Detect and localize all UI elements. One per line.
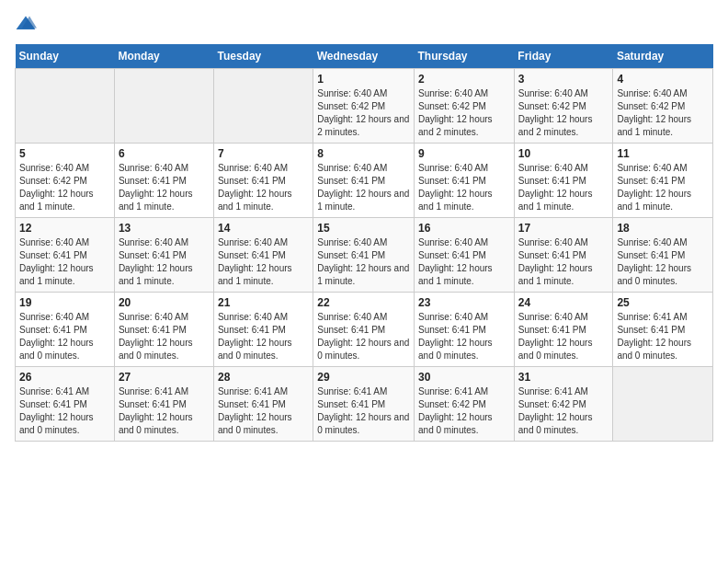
day-number: 14 xyxy=(218,222,309,235)
day-number: 4 xyxy=(617,73,709,86)
day-number: 28 xyxy=(218,371,309,384)
day-number: 12 xyxy=(19,222,110,235)
day-info: Sunrise: 6:40 AM Sunset: 6:41 PM Dayligh… xyxy=(218,236,309,288)
calendar-cell: 23Sunrise: 6:40 AM Sunset: 6:41 PM Dayli… xyxy=(415,293,515,367)
day-info: Sunrise: 6:40 AM Sunset: 6:41 PM Dayligh… xyxy=(317,162,410,213)
calendar-cell: 30Sunrise: 6:41 AM Sunset: 6:42 PM Dayli… xyxy=(415,367,515,442)
day-info: Sunrise: 6:41 AM Sunset: 6:42 PM Dayligh… xyxy=(518,385,609,437)
day-number: 22 xyxy=(317,296,410,309)
week-row-4: 19Sunrise: 6:40 AM Sunset: 6:41 PM Dayli… xyxy=(16,293,713,367)
calendar-cell: 29Sunrise: 6:41 AM Sunset: 6:41 PM Dayli… xyxy=(313,367,415,442)
calendar-cell: 21Sunrise: 6:40 AM Sunset: 6:41 PM Dayli… xyxy=(213,293,313,367)
day-info: Sunrise: 6:41 AM Sunset: 6:41 PM Dayligh… xyxy=(317,385,410,437)
calendar-cell: 9Sunrise: 6:40 AM Sunset: 6:41 PM Daylig… xyxy=(415,144,515,218)
calendar-cell: 13Sunrise: 6:40 AM Sunset: 6:41 PM Dayli… xyxy=(114,218,213,293)
day-info: Sunrise: 6:41 AM Sunset: 6:42 PM Dayligh… xyxy=(418,385,510,437)
weekday-header-wednesday: Wednesday xyxy=(313,44,415,69)
day-number: 11 xyxy=(617,147,709,160)
weekday-header-row: SundayMondayTuesdayWednesdayThursdayFrid… xyxy=(16,44,713,69)
day-number: 17 xyxy=(518,222,609,235)
calendar-cell: 20Sunrise: 6:40 AM Sunset: 6:41 PM Dayli… xyxy=(114,293,213,367)
day-number: 10 xyxy=(518,147,609,160)
day-number: 5 xyxy=(19,147,110,160)
day-info: Sunrise: 6:41 AM Sunset: 6:41 PM Dayligh… xyxy=(617,311,709,362)
calendar-cell: 18Sunrise: 6:40 AM Sunset: 6:41 PM Dayli… xyxy=(613,218,713,293)
day-info: Sunrise: 6:40 AM Sunset: 6:42 PM Dayligh… xyxy=(518,87,609,139)
day-number: 21 xyxy=(218,296,309,309)
day-info: Sunrise: 6:40 AM Sunset: 6:42 PM Dayligh… xyxy=(418,87,510,139)
day-number: 29 xyxy=(317,371,410,384)
day-info: Sunrise: 6:40 AM Sunset: 6:41 PM Dayligh… xyxy=(518,162,609,213)
day-info: Sunrise: 6:40 AM Sunset: 6:41 PM Dayligh… xyxy=(317,236,410,288)
day-number: 18 xyxy=(617,222,709,235)
day-info: Sunrise: 6:40 AM Sunset: 6:41 PM Dayligh… xyxy=(518,236,609,288)
calendar-cell: 7Sunrise: 6:40 AM Sunset: 6:41 PM Daylig… xyxy=(213,144,313,218)
day-number: 9 xyxy=(418,147,510,160)
calendar-cell: 12Sunrise: 6:40 AM Sunset: 6:41 PM Dayli… xyxy=(16,218,115,293)
day-number: 7 xyxy=(218,147,309,160)
calendar-cell: 27Sunrise: 6:41 AM Sunset: 6:41 PM Dayli… xyxy=(114,367,213,442)
calendar-cell: 26Sunrise: 6:41 AM Sunset: 6:41 PM Dayli… xyxy=(16,367,115,442)
day-info: Sunrise: 6:40 AM Sunset: 6:42 PM Dayligh… xyxy=(19,162,110,213)
calendar-cell: 17Sunrise: 6:40 AM Sunset: 6:41 PM Dayli… xyxy=(514,218,613,293)
day-number: 6 xyxy=(119,147,210,160)
day-number: 2 xyxy=(418,73,510,86)
day-info: Sunrise: 6:40 AM Sunset: 6:41 PM Dayligh… xyxy=(218,311,309,362)
logo-icon xyxy=(15,15,37,33)
calendar-cell: 31Sunrise: 6:41 AM Sunset: 6:42 PM Dayli… xyxy=(514,367,613,442)
day-number: 26 xyxy=(19,371,110,384)
calendar-cell xyxy=(114,69,213,144)
logo xyxy=(15,15,40,33)
day-number: 3 xyxy=(518,73,609,86)
weekday-header-saturday: Saturday xyxy=(613,44,713,69)
calendar-cell: 8Sunrise: 6:40 AM Sunset: 6:41 PM Daylig… xyxy=(313,144,415,218)
day-number: 27 xyxy=(119,371,210,384)
day-info: Sunrise: 6:40 AM Sunset: 6:41 PM Dayligh… xyxy=(617,236,709,288)
calendar-table: SundayMondayTuesdayWednesdayThursdayFrid… xyxy=(15,44,713,442)
calendar-cell: 10Sunrise: 6:40 AM Sunset: 6:41 PM Dayli… xyxy=(514,144,613,218)
weekday-header-thursday: Thursday xyxy=(415,44,515,69)
day-number: 23 xyxy=(418,296,510,309)
day-number: 13 xyxy=(119,222,210,235)
calendar-cell: 24Sunrise: 6:40 AM Sunset: 6:41 PM Dayli… xyxy=(514,293,613,367)
calendar-cell: 14Sunrise: 6:40 AM Sunset: 6:41 PM Dayli… xyxy=(213,218,313,293)
week-row-2: 5Sunrise: 6:40 AM Sunset: 6:42 PM Daylig… xyxy=(16,144,713,218)
week-row-3: 12Sunrise: 6:40 AM Sunset: 6:41 PM Dayli… xyxy=(16,218,713,293)
day-info: Sunrise: 6:40 AM Sunset: 6:41 PM Dayligh… xyxy=(317,311,410,362)
day-info: Sunrise: 6:41 AM Sunset: 6:41 PM Dayligh… xyxy=(218,385,309,437)
day-info: Sunrise: 6:40 AM Sunset: 6:41 PM Dayligh… xyxy=(617,162,709,213)
calendar-cell: 22Sunrise: 6:40 AM Sunset: 6:41 PM Dayli… xyxy=(313,293,415,367)
week-row-5: 26Sunrise: 6:41 AM Sunset: 6:41 PM Dayli… xyxy=(16,367,713,442)
day-info: Sunrise: 6:40 AM Sunset: 6:41 PM Dayligh… xyxy=(418,311,510,362)
day-number: 31 xyxy=(518,371,609,384)
calendar-cell: 19Sunrise: 6:40 AM Sunset: 6:41 PM Dayli… xyxy=(16,293,115,367)
day-info: Sunrise: 6:40 AM Sunset: 6:41 PM Dayligh… xyxy=(518,311,609,362)
day-info: Sunrise: 6:40 AM Sunset: 6:41 PM Dayligh… xyxy=(19,236,110,288)
calendar-cell xyxy=(613,367,713,442)
day-info: Sunrise: 6:40 AM Sunset: 6:41 PM Dayligh… xyxy=(119,311,210,362)
day-number: 1 xyxy=(317,73,410,86)
day-info: Sunrise: 6:40 AM Sunset: 6:42 PM Dayligh… xyxy=(617,87,709,139)
calendar-cell xyxy=(16,69,115,144)
weekday-header-friday: Friday xyxy=(514,44,613,69)
day-number: 20 xyxy=(119,296,210,309)
day-number: 15 xyxy=(317,222,410,235)
day-number: 19 xyxy=(19,296,110,309)
day-number: 30 xyxy=(418,371,510,384)
day-info: Sunrise: 6:40 AM Sunset: 6:42 PM Dayligh… xyxy=(317,87,410,139)
header xyxy=(15,15,713,33)
day-number: 16 xyxy=(418,222,510,235)
day-info: Sunrise: 6:41 AM Sunset: 6:41 PM Dayligh… xyxy=(119,385,210,437)
weekday-header-monday: Monday xyxy=(114,44,213,69)
day-info: Sunrise: 6:40 AM Sunset: 6:41 PM Dayligh… xyxy=(418,236,510,288)
calendar-cell: 11Sunrise: 6:40 AM Sunset: 6:41 PM Dayli… xyxy=(613,144,713,218)
calendar-cell: 25Sunrise: 6:41 AM Sunset: 6:41 PM Dayli… xyxy=(613,293,713,367)
calendar-cell xyxy=(213,69,313,144)
calendar-cell: 6Sunrise: 6:40 AM Sunset: 6:41 PM Daylig… xyxy=(114,144,213,218)
calendar-cell: 5Sunrise: 6:40 AM Sunset: 6:42 PM Daylig… xyxy=(16,144,115,218)
calendar-cell: 4Sunrise: 6:40 AM Sunset: 6:42 PM Daylig… xyxy=(613,69,713,144)
day-info: Sunrise: 6:40 AM Sunset: 6:41 PM Dayligh… xyxy=(418,162,510,213)
calendar-cell: 16Sunrise: 6:40 AM Sunset: 6:41 PM Dayli… xyxy=(415,218,515,293)
day-info: Sunrise: 6:40 AM Sunset: 6:41 PM Dayligh… xyxy=(19,311,110,362)
day-info: Sunrise: 6:40 AM Sunset: 6:41 PM Dayligh… xyxy=(119,236,210,288)
